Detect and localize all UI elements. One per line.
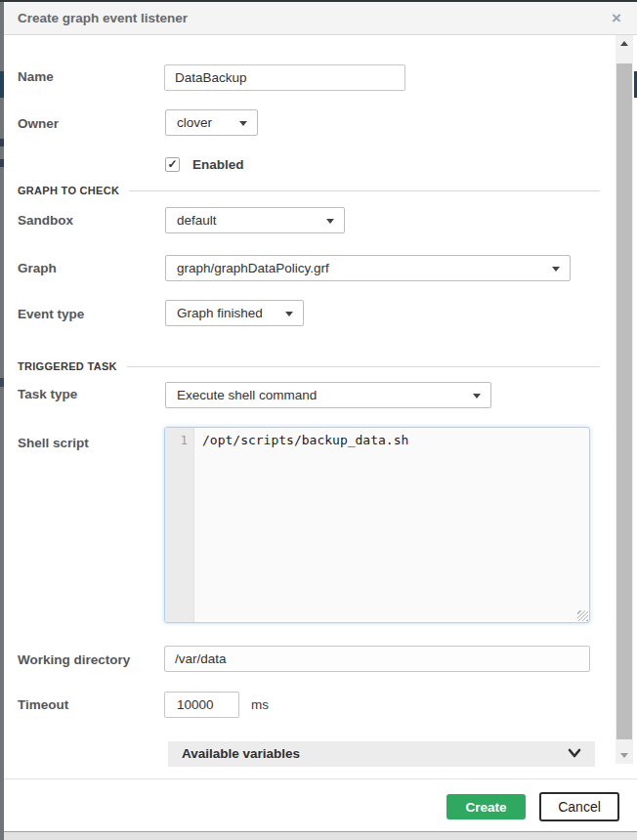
create-graph-event-listener-dialog: Create graph event listener × (4, 2, 637, 832)
caret-down-icon (285, 312, 293, 316)
arrow-up-icon (620, 41, 628, 46)
scrollbar-up-button[interactable] (616, 35, 633, 52)
screenshot-stage: Create graph event listener × Name Owner… (0, 0, 637, 840)
scrollbar-thumb[interactable] (616, 63, 632, 739)
close-icon[interactable]: × (612, 2, 621, 34)
section-graph-to-check-label: GRAPH TO CHECK (18, 185, 119, 196)
sandbox-select[interactable]: default (165, 207, 345, 233)
enabled-checkbox[interactable]: ✓ (165, 157, 180, 172)
caret-down-icon (473, 394, 481, 399)
event-type-select[interactable]: Graph finished (165, 300, 304, 326)
task-type-select[interactable]: Execute shell command (165, 382, 491, 408)
sandbox-label: Sandbox (18, 213, 73, 228)
owner-select-value: clover (177, 115, 212, 130)
sandbox-select-value: default (177, 213, 217, 228)
event-type-select-value: Graph finished (177, 306, 263, 320)
create-button[interactable]: Create (446, 794, 526, 819)
cancel-button[interactable]: Cancel (539, 792, 619, 821)
section-triggered-task-label: TRIGGERED TASK (18, 360, 117, 372)
chevron-down-icon (568, 748, 581, 759)
available-variables-label: Available variables (182, 741, 300, 767)
section-triggered-task: TRIGGERED TASK (18, 360, 600, 372)
owner-select[interactable]: clover (165, 109, 258, 136)
graph-label: Graph (18, 261, 57, 275)
footer-divider (4, 778, 637, 779)
resize-grip-icon[interactable] (577, 610, 588, 621)
section-rule (129, 190, 600, 191)
caret-down-icon (239, 121, 247, 126)
shell-script-code-editor[interactable]: 1 /opt/scripts/backup_data.sh (164, 427, 590, 623)
dialog-title: Create graph event listener (18, 2, 188, 34)
editor-code-line[interactable]: /opt/scripts/backup_data.sh (202, 433, 408, 447)
graph-select[interactable]: graph/graphDataPolicy.grf (165, 255, 571, 281)
timeout-input[interactable] (164, 692, 239, 718)
graph-select-value: graph/graphDataPolicy.grf (177, 261, 329, 275)
caret-down-icon (552, 267, 560, 272)
shell-script-label: Shell script (18, 436, 89, 450)
dialog-title-bar: Create graph event listener × (4, 2, 637, 35)
section-rule (127, 366, 600, 367)
timeout-unit-label: ms (251, 697, 269, 712)
arrow-down-icon (620, 753, 628, 758)
section-graph-to-check: GRAPH TO CHECK (18, 185, 600, 196)
available-variables-toggle[interactable]: Available variables (168, 741, 595, 767)
owner-label: Owner (18, 116, 59, 131)
event-type-label: Event type (18, 307, 84, 321)
working-directory-input[interactable] (164, 646, 590, 672)
editor-gutter: 1 (165, 428, 194, 622)
task-type-select-value: Execute shell command (177, 388, 317, 402)
name-label: Name (18, 69, 54, 84)
scrollbar-down-button[interactable] (616, 747, 633, 764)
editor-line-number: 1 (180, 433, 188, 447)
timeout-label: Timeout (18, 697, 68, 712)
caret-down-icon (326, 219, 334, 224)
enabled-label: Enabled (192, 157, 244, 172)
name-input[interactable] (164, 64, 405, 91)
working-directory-label: Working directory (18, 652, 130, 667)
task-type-label: Task type (18, 387, 77, 401)
